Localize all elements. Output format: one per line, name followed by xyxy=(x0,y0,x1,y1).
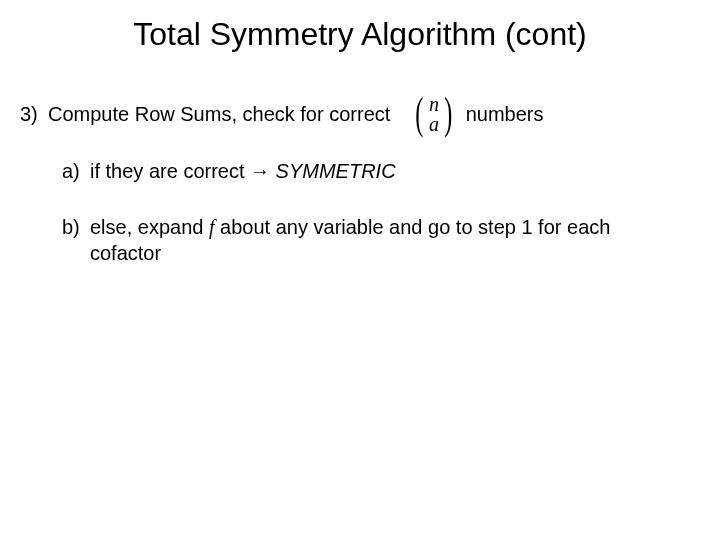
list-marker-a: a) xyxy=(62,160,90,183)
slide-title: Total Symmetry Algorithm (cont) xyxy=(0,16,720,53)
item3-text-after: numbers xyxy=(466,103,544,126)
binom-top: n xyxy=(429,94,439,114)
right-paren-icon: ) xyxy=(444,92,452,136)
sub-item-a: a)if they are correct → SYMMETRIC xyxy=(62,160,682,183)
slide: Total Symmetry Algorithm (cont) 3) Compu… xyxy=(0,0,720,540)
binomial-stack: n a xyxy=(427,94,441,134)
binomial-expression: ( n a ) xyxy=(412,92,455,136)
list-item-3: 3) Compute Row Sums, check for correct (… xyxy=(20,92,700,136)
arrow-icon: → xyxy=(250,160,270,182)
list-marker-b: b) xyxy=(62,214,90,240)
sub-b-body: else, expand f about any variable and go… xyxy=(90,214,650,266)
binom-bottom: a xyxy=(429,114,439,134)
sub-item-b: b)else, expand f about any variable and … xyxy=(62,214,682,266)
list-marker-3: 3) xyxy=(20,103,48,126)
left-paren-icon: ( xyxy=(416,92,424,136)
symmetric-label: SYMMETRIC xyxy=(270,160,396,182)
sub-a-text: if they are correct xyxy=(90,160,250,182)
sub-b-prefix: else, expand xyxy=(90,216,209,238)
item3-text-before: Compute Row Sums, check for correct xyxy=(48,103,390,126)
